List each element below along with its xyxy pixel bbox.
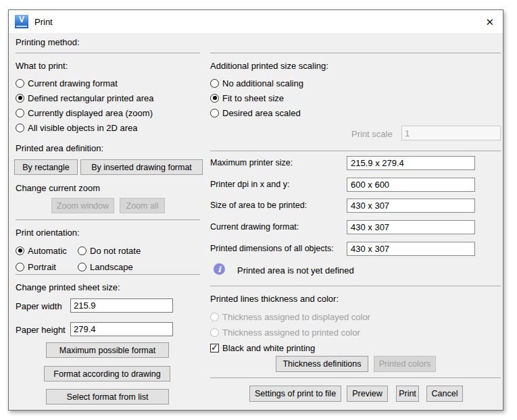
radio-defined-rectangular-area[interactable]: Defined rectangular printed area: [16, 91, 153, 105]
separator: [210, 377, 501, 378]
current-drawing-format-label: Current drawing format:: [210, 222, 299, 232]
printed-lines-label: Printed lines thickness and color:: [210, 294, 339, 304]
radio-desired-area-scaled[interactable]: Desired area scaled: [210, 106, 301, 120]
radio-thickness-printed-color: Thickness assigned to printed color: [210, 325, 360, 339]
radio-label: Fit to sheet size: [222, 93, 284, 103]
printer-dpi-label: Printer dpi in x and y:: [210, 180, 289, 189]
varicad-logo-icon: V: [15, 15, 28, 28]
printed-colors-button: Printed colors: [374, 356, 436, 372]
print-scale-label: Print scale: [351, 129, 393, 139]
print-dialog: V Print ✕ Printing method: What to print…: [8, 9, 503, 411]
separator: [210, 286, 501, 286]
radio-indicator: [78, 263, 87, 271]
radio-portrait[interactable]: Portrait: [16, 260, 56, 273]
paper-width-label: Paper width: [16, 301, 62, 311]
additional-scaling-label: Additional printed size scaling:: [210, 61, 328, 71]
radio-label: Desired area scaled: [222, 108, 301, 118]
radio-indicator: [16, 94, 24, 103]
info-icon: i: [214, 263, 225, 275]
separator: [16, 53, 200, 53]
by-rectangle-button[interactable]: By rectangle: [14, 159, 78, 175]
current-drawing-format-value: 430 x 307: [347, 220, 475, 234]
paper-height-label: Paper height: [16, 325, 66, 335]
size-of-area-label: Size of area to be printed:: [210, 201, 307, 210]
radio-automatic[interactable]: Automatic: [16, 244, 67, 257]
radio-label: Landscape: [90, 262, 133, 272]
printed-area-definition-label: Printed area definition:: [16, 143, 103, 153]
window-title: Print: [34, 17, 53, 27]
radio-indicator: [16, 124, 24, 132]
radio-currently-displayed-area[interactable]: Currently displayed area (zoom): [16, 106, 153, 120]
radio-label: Thickness assigned to displayed color: [222, 312, 370, 322]
black-and-white-checkbox[interactable]: Black and white printing: [210, 341, 315, 355]
radio-do-not-rotate[interactable]: Do not rotate: [78, 244, 141, 257]
radio-label: Portrait: [28, 262, 56, 272]
separator: [210, 53, 501, 53]
radio-landscape[interactable]: Landscape: [78, 260, 133, 273]
size-of-area-value: 430 x 307: [347, 199, 475, 213]
radio-thickness-displayed-color: Thickness assigned to displayed color: [210, 310, 370, 323]
maximum-printer-size-label: Maximum printer size:: [210, 158, 293, 167]
print-scale-input: [401, 126, 501, 140]
radio-label: Thickness assigned to printed color: [222, 327, 360, 338]
paper-height-input[interactable]: [70, 322, 173, 336]
print-orientation-label: Print orientation:: [16, 228, 80, 238]
preview-button[interactable]: Preview: [347, 386, 388, 402]
radio-label: Currently displayed area (zoom): [28, 108, 153, 118]
what-to-print-label: What to print:: [16, 61, 68, 71]
radio-indicator: [210, 328, 219, 337]
separator: [16, 274, 200, 275]
radio-label: Do not rotate: [90, 246, 141, 256]
radio-label: Current drawing format: [28, 78, 118, 88]
radio-label: Defined rectangular printed area: [28, 93, 153, 103]
printed-dimensions-label: Printed dimensions of all objects:: [210, 244, 334, 253]
change-printed-sheet-size-label: Change printed sheet size:: [16, 282, 120, 292]
radio-indicator: [16, 109, 24, 117]
radio-indicator: [16, 263, 24, 271]
info-message: Printed area is not yet defined: [237, 265, 354, 275]
radio-all-visible-objects[interactable]: All visible objects in 2D area: [16, 121, 138, 134]
radio-current-drawing-format[interactable]: Current drawing format: [16, 76, 118, 90]
maximum-possible-format-button[interactable]: Maximum possible format: [46, 342, 169, 358]
by-inserted-drawing-format-button[interactable]: By inserted drawing format: [80, 159, 203, 175]
printing-method-label: Printing method:: [16, 37, 80, 47]
cancel-button[interactable]: Cancel: [426, 386, 463, 402]
separator: [210, 151, 501, 151]
zoom-all-button: Zoom all: [120, 198, 165, 213]
paper-width-input[interactable]: [70, 298, 173, 313]
checkbox-indicator: [210, 344, 219, 352]
titlebar: V Print ✕: [9, 10, 503, 33]
radio-no-additional-scaling[interactable]: No additional scaling: [210, 76, 303, 90]
zoom-window-button: Zoom window: [51, 198, 114, 213]
printer-dpi-value: 600 x 600: [347, 178, 475, 192]
radio-indicator: [16, 79, 24, 88]
separator: [16, 219, 200, 220]
thickness-definitions-button[interactable]: Thickness definitions: [276, 356, 368, 372]
checkbox-label: Black and white printing: [222, 343, 315, 353]
format-according-to-drawing-button[interactable]: Format according to drawing: [44, 366, 170, 382]
radio-indicator: [210, 313, 219, 321]
printed-dimensions-value: 430 x 307: [347, 242, 475, 256]
change-current-zoom-label: Change current zoom: [16, 183, 100, 193]
radio-label: No additional scaling: [222, 78, 303, 88]
maximum-printer-size-value: 215.9 x 279.4: [347, 156, 475, 170]
radio-indicator: [210, 94, 219, 103]
radio-indicator: [78, 246, 87, 255]
radio-fit-to-sheet-size[interactable]: Fit to sheet size: [210, 91, 284, 105]
radio-indicator: [210, 79, 219, 88]
print-button[interactable]: Print: [396, 386, 419, 402]
radio-indicator: [210, 109, 219, 117]
radio-label: All visible objects in 2D area: [28, 123, 138, 133]
radio-label: Automatic: [28, 246, 67, 256]
settings-of-print-to-file-button[interactable]: Settings of print to file: [249, 386, 341, 402]
select-format-from-list-button[interactable]: Select format from list: [46, 389, 169, 404]
close-icon[interactable]: ✕: [485, 17, 494, 27]
radio-indicator: [16, 246, 24, 255]
